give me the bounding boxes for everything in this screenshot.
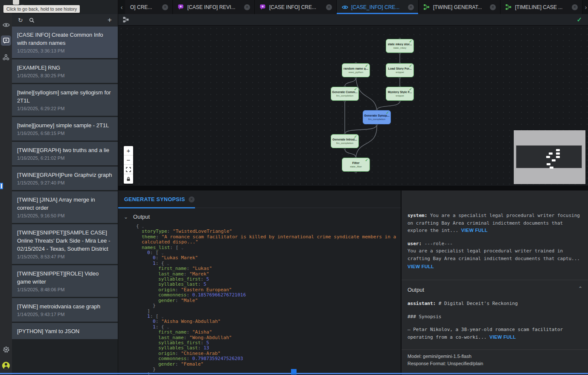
zoom-in-button[interactable]: + (124, 146, 133, 155)
graph-node[interactable]: ✓Filterstate_filter (342, 158, 370, 172)
avatar[interactable] (1, 360, 11, 371)
add-prompt-button[interactable]: + (108, 16, 112, 24)
graph-node[interactable]: ✓Generate Synop...llm_completion (363, 110, 391, 124)
prompt-list-item[interactable]: [TWINE][GRAPH} two truths and a lie1/16/… (12, 142, 118, 165)
node-subtitle: llm_completion (336, 142, 353, 144)
tab-timeline-case[interactable]: [TIMELINE] CASE ...× (501, 0, 582, 14)
bottom-drag-handle[interactable] (291, 369, 297, 375)
json-token: : (201, 276, 206, 282)
layout-graph-icon[interactable] (123, 17, 129, 23)
tab-twine-generat[interactable]: [TWINE] GENERAT...× (419, 0, 501, 14)
prompts-nav-icon[interactable] (1, 35, 11, 46)
tab-case-info-revi[interactable]: [CASE INFO] REVI...× (173, 0, 255, 14)
graph-edge (377, 101, 400, 110)
json-token: : (175, 351, 181, 356)
json-token: "Aisha" (192, 329, 212, 335)
tab-case-info-cre[interactable]: [CASE INFO] CRE...× (255, 0, 337, 14)
collapse-toggle-icon[interactable]: ⌄ (167, 325, 169, 329)
collapse-toggle-icon[interactable]: ⌄ (181, 246, 183, 250)
lock-button[interactable] (124, 174, 133, 184)
prompt-timestamp: 1/16/2025, 6:58:15 PM (17, 130, 113, 137)
view-full-link[interactable]: VIEW FULL (408, 264, 434, 269)
model-info-footer: Model: gemini/gemini-1.5-flash Response … (402, 349, 588, 370)
search-icon[interactable] (29, 18, 35, 23)
json-token: names_list (142, 245, 170, 250)
view-full-link[interactable]: VIEW FULL (461, 228, 488, 233)
prompt-timestamp: 1/16/2025, 6:21:02 PM (17, 155, 113, 161)
tab-generate-synopsis[interactable]: GENERATE SYNOPSIS × (118, 190, 195, 208)
prompt-list-item[interactable]: [TWINE][SNIPPET][ROLE] Video game writer… (12, 265, 118, 297)
tabs-scroll-left-icon[interactable]: ‹ (118, 0, 125, 14)
prompt-list-item[interactable]: [CASE INFO] Create Common Info with rand… (12, 26, 118, 58)
minimap-node (550, 167, 553, 169)
prompt-list-item[interactable]: [TWINE][SNIPPET][SAMPLE CASE] Online Thr… (12, 224, 118, 264)
close-icon[interactable]: × (189, 196, 195, 202)
prompt-list-item[interactable]: [PYTHON] Yaml to JSON (12, 323, 118, 339)
canvas-toolbar: ✓ (118, 14, 588, 26)
tab-case-info-cre[interactable]: [CASE_INFO] CRE...× (337, 0, 419, 14)
assistant-role-label: assistant: (408, 301, 436, 306)
zoom-out-button[interactable]: − (124, 155, 133, 165)
close-tab-icon[interactable]: × (326, 4, 332, 10)
output-tab-strip: GENERATE SYNOPSIS × (118, 190, 401, 208)
graph-node[interactable]: ✓Mystery Style F...snippet (386, 87, 414, 101)
graph-node[interactable]: ✓Load Story For...snippet (386, 63, 414, 77)
prompt-list-item[interactable]: [twine][syllogism] sample syllogism for … (12, 84, 118, 116)
prompt-timestamp: 1/21/2025, 3:36:13 PM (17, 48, 113, 54)
json-token: "Marek" (189, 271, 209, 277)
close-tab-icon[interactable]: × (162, 4, 168, 10)
graph-edge (356, 78, 377, 110)
eye-icon[interactable] (1, 20, 11, 30)
output-section-header[interactable]: ⌄ Output (124, 214, 150, 220)
output-header-row[interactable]: ⌃ Output (402, 280, 588, 293)
close-tab-icon[interactable]: × (408, 4, 414, 10)
message-text: You are a specialist legal procedural wr… (408, 213, 580, 233)
graph-edge (345, 149, 356, 157)
tab-label: O] CRE... (130, 4, 159, 10)
collapse-toggle-icon[interactable]: ⌄ (167, 261, 169, 266)
close-tab-icon[interactable]: × (572, 4, 578, 10)
json-token: "Lukas" (192, 266, 212, 271)
prompt-list-item[interactable]: [twine][journey] simple sample - 2T1L1/1… (12, 117, 118, 141)
json-token: 1 (153, 261, 156, 266)
tab-o-cre[interactable]: O] CRE...× (125, 0, 173, 14)
minimap-node (547, 163, 550, 165)
prompt-list-item[interactable]: [TWINE][GRAPH]Pure Graphviz graph1/15/20… (12, 167, 118, 190)
close-tab-icon[interactable]: × (244, 4, 250, 10)
node-subtitle: llm_completion (368, 118, 385, 120)
graph-node[interactable]: ✓Generate Introd...llm_completion (331, 134, 359, 148)
node-title: Load Story For... (388, 67, 411, 70)
collapse-toggle-icon[interactable]: ⌄ (161, 251, 163, 255)
back-button[interactable] (13, 0, 19, 5)
json-token: : (156, 319, 161, 324)
collapse-toggle-icon[interactable]: ⌄ (142, 224, 144, 229)
prompt-list-item[interactable]: [TWINE] [JINJA] Array merge in correct o… (12, 191, 118, 223)
graph-node[interactable]: ✓state mkey stor...state_mkey (386, 39, 414, 53)
json-token: ] (147, 308, 150, 314)
collapse-toggle-icon[interactable]: ⌄ (161, 314, 163, 319)
prompt-list-item[interactable]: [EXAMPLE] RNG1/16/2025, 8:30:25 PM (12, 59, 118, 83)
json-token: : [ (170, 245, 181, 250)
app-window: Prompts ↻ + [CASE INFO] Create Common In… (0, 0, 588, 375)
gear-icon[interactable] (1, 344, 11, 354)
minimap[interactable] (514, 130, 585, 184)
json-token: "A romance scam facilitator is killed by… (142, 234, 399, 245)
view-full-link[interactable]: VIEW FULL (489, 334, 516, 340)
json-token: : (156, 234, 161, 240)
canvas-bottom-divider[interactable] (118, 186, 588, 190)
webhook-icon[interactable] (1, 52, 11, 62)
prompt-timestamp: 1/16/2025, 6:29:22 PM (17, 105, 113, 112)
node-title: state mkey stor... (388, 43, 412, 46)
graph-node[interactable]: ✓Generate Comm...llm_completion (331, 87, 359, 101)
tabs-scroll-right-icon[interactable]: › (582, 0, 588, 14)
close-tab-icon[interactable]: × (490, 4, 496, 10)
json-token: : (198, 281, 204, 287)
panel-resize-handle[interactable] (0, 183, 3, 189)
fit-view-button[interactable] (124, 165, 133, 174)
minimap-viewport (516, 145, 582, 168)
eye-icon (342, 4, 348, 10)
refresh-icon[interactable]: ↻ (18, 17, 23, 23)
node-graph-canvas[interactable]: ✓state mkey stor...state_mkey✓random nam… (118, 26, 588, 186)
graph-node[interactable]: ✓random name g...exec_python (342, 63, 370, 77)
prompt-list-item[interactable]: [TWINE] metroidvania case graph1/14/2025… (12, 298, 118, 322)
